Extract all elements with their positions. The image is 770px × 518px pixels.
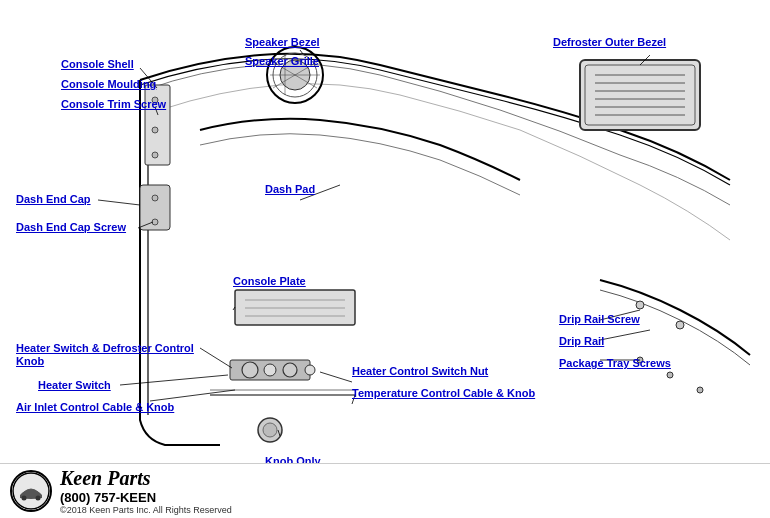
svg-point-21 xyxy=(152,195,158,201)
footer: Keen Parts (800) 757-KEEN ©2018 Keen Par… xyxy=(0,463,770,518)
svg-point-36 xyxy=(636,301,644,309)
air-inlet-control-label[interactable]: Air Inlet Control Cable & Knob xyxy=(16,401,174,413)
console-plate-label[interactable]: Console Plate xyxy=(233,275,306,287)
svg-point-35 xyxy=(263,423,277,437)
svg-point-18 xyxy=(152,127,158,133)
svg-point-60 xyxy=(36,496,41,501)
temperature-control-cable-label[interactable]: Temperature Control Cable & Knob xyxy=(352,387,535,399)
speaker-bezel-label[interactable]: Speaker Bezel xyxy=(245,36,320,48)
dash-end-cap-screw-label[interactable]: Dash End Cap Screw xyxy=(16,221,126,233)
heater-switch-label[interactable]: Heater Switch xyxy=(38,379,111,391)
svg-point-39 xyxy=(667,372,673,378)
footer-copyright: ©2018 Keen Parts Inc. All Rights Reserve… xyxy=(60,505,232,515)
package-tray-screws-label[interactable]: Package Tray Screws xyxy=(559,357,671,369)
svg-rect-23 xyxy=(235,290,355,325)
svg-point-59 xyxy=(22,496,27,501)
logo-text: Keen Parts xyxy=(60,467,232,490)
heater-switch-defroster-knob-label[interactable]: Knob xyxy=(16,355,44,367)
console-shell-label[interactable]: Console Shell xyxy=(61,58,134,70)
svg-point-31 xyxy=(305,365,315,375)
speaker-grille-label[interactable]: Speaker Grille xyxy=(245,55,319,67)
heater-control-switch-nut-label[interactable]: Heater Control Switch Nut xyxy=(352,365,488,377)
footer-phone: (800) 757-KEEN xyxy=(60,490,232,505)
defroster-outer-bezel-label[interactable]: Defroster Outer Bezel xyxy=(553,36,666,48)
svg-point-40 xyxy=(697,387,703,393)
svg-point-30 xyxy=(283,363,297,377)
logo-circle xyxy=(10,470,52,512)
console-moulding-label[interactable]: Console Moulding xyxy=(61,78,156,90)
diagram-container: Console Shell Console Moulding Console T… xyxy=(0,0,770,518)
svg-point-37 xyxy=(676,321,684,329)
dash-pad-label[interactable]: Dash Pad xyxy=(265,183,315,195)
svg-point-19 xyxy=(152,152,158,158)
svg-rect-8 xyxy=(580,60,700,130)
svg-point-28 xyxy=(242,362,258,378)
dash-end-cap-label[interactable]: Dash End Cap xyxy=(16,193,91,205)
heater-switch-defroster-label[interactable]: Heater Switch & Defroster Control xyxy=(16,341,194,355)
console-trim-screw-label[interactable]: Console Trim Screw xyxy=(61,98,166,110)
drip-rail-label[interactable]: Drip Rail xyxy=(559,335,604,347)
svg-point-29 xyxy=(264,364,276,376)
drip-rail-screw-label[interactable]: Drip Rail Screw xyxy=(559,313,640,325)
